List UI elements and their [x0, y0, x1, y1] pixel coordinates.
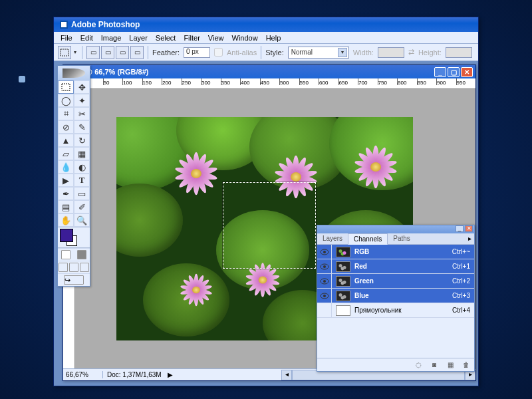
- jump-to-imageready-button[interactable]: ↪: [64, 275, 84, 285]
- load-selection-icon[interactable]: ◌: [413, 360, 424, 370]
- options-bar: ▾ ▭ ▭ ▭ ▭ Feather: 0 px Anti-alias Style…: [54, 44, 478, 61]
- color-swatches[interactable]: [58, 227, 90, 247]
- visibility-eye-icon[interactable]: [317, 303, 332, 317]
- lasso-tool[interactable]: ◯: [58, 94, 74, 107]
- new-selection-button[interactable]: ▭: [86, 46, 100, 59]
- tab-channels[interactable]: Channels: [348, 233, 388, 245]
- eraser-tool[interactable]: ▱: [58, 147, 74, 160]
- info-menu-icon[interactable]: ▶: [166, 371, 175, 378]
- standard-mode-button[interactable]: [61, 250, 70, 259]
- height-label: Height:: [418, 49, 442, 57]
- menu-view[interactable]: View: [204, 33, 228, 43]
- channel-name: Прямоугольник: [354, 307, 402, 314]
- quickmask-mode-button[interactable]: [77, 250, 86, 259]
- foreground-color[interactable]: [60, 229, 73, 242]
- brush-tool[interactable]: ✎: [74, 120, 90, 134]
- zoom-level[interactable]: 66,67%: [63, 371, 103, 378]
- menu-image[interactable]: Image: [97, 33, 126, 43]
- svg-rect-1: [61, 22, 66, 27]
- channel-row-green[interactable]: GreenCtrl+2: [317, 274, 474, 289]
- channel-row-rgb[interactable]: RGBCtrl+~: [317, 245, 474, 259]
- style-label: Style:: [265, 49, 284, 57]
- channel-thumbnail: [336, 276, 350, 287]
- blur-tool[interactable]: 💧: [58, 160, 74, 174]
- subtract-selection-button[interactable]: ▭: [116, 46, 129, 59]
- magic-wand-tool[interactable]: ✦: [74, 94, 90, 107]
- horizontal-ruler: 0501001502002503003504004505005506006507…: [75, 78, 475, 89]
- close-button[interactable]: ✕: [461, 67, 473, 77]
- channel-row-прямоугольник[interactable]: ПрямоугольникCtrl+4: [317, 303, 474, 318]
- panel-close-button[interactable]: ✕: [465, 225, 473, 232]
- channels-panel[interactable]: _ ✕ Layers Channels Paths ▸ RGBCtrl+~Red…: [317, 225, 475, 372]
- visibility-eye-icon[interactable]: [317, 245, 332, 259]
- menu-bar[interactable]: File Edit Image Layer Select Filter View…: [54, 32, 478, 44]
- move-tool[interactable]: ✥: [74, 80, 90, 94]
- add-selection-button[interactable]: ▭: [101, 46, 114, 59]
- app-titlebar: Adobe Photoshop: [54, 17, 478, 32]
- eyedropper-tool[interactable]: ✐: [74, 200, 90, 213]
- feather-input[interactable]: 0 px: [184, 47, 210, 58]
- menu-filter[interactable]: Filter: [180, 33, 203, 43]
- channel-name: Blue: [354, 292, 369, 299]
- new-channel-icon[interactable]: ▦: [445, 360, 456, 370]
- zoom-tool[interactable]: 🔍: [74, 213, 90, 227]
- hand-tool[interactable]: ✋: [58, 213, 74, 227]
- history-brush-tool[interactable]: ↻: [74, 134, 90, 147]
- toolbox[interactable]: ✥ ◯ ✦ ⌗ ✂ ⊘ ✎ ▲ ↻ ▱ ▦ 💧 ◐ ▶ T ✒ ▭ ▤ ✐ ✋ …: [57, 65, 90, 287]
- marquee-selection[interactable]: [223, 182, 316, 269]
- channel-shortcut: Ctrl+2: [452, 277, 474, 285]
- doc-info[interactable]: Doc: 1,37M/1,63M: [103, 371, 166, 378]
- channel-name: RGB: [354, 248, 369, 255]
- tab-layers[interactable]: Layers: [317, 233, 348, 244]
- style-select[interactable]: Normal ▾: [288, 47, 349, 59]
- tab-paths[interactable]: Paths: [388, 233, 416, 244]
- menu-select[interactable]: Select: [152, 33, 180, 43]
- visibility-eye-icon[interactable]: [317, 289, 332, 303]
- width-label: Width:: [353, 49, 374, 57]
- dodge-tool[interactable]: ◐: [74, 160, 90, 174]
- delete-channel-icon[interactable]: 🗑: [461, 360, 471, 370]
- type-tool[interactable]: T: [74, 174, 90, 187]
- toolbox-header[interactable]: [58, 66, 90, 80]
- document-titlebar[interactable]: и.jpg @ 66,7% (RGB/8#) _ ▢ ✕: [63, 65, 475, 78]
- panel-menu-icon[interactable]: ▸: [466, 233, 474, 244]
- current-tool-icon[interactable]: [58, 46, 71, 59]
- visibility-eye-icon[interactable]: [317, 274, 332, 288]
- svg-point-9: [323, 280, 326, 283]
- menu-file[interactable]: File: [57, 33, 76, 43]
- slide-bullet: [19, 76, 25, 82]
- path-selection-tool[interactable]: ▶: [58, 174, 74, 187]
- slice-tool[interactable]: ✂: [74, 107, 90, 120]
- visibility-eye-icon[interactable]: [317, 259, 332, 273]
- menu-window[interactable]: Window: [228, 33, 262, 43]
- panel-titlebar[interactable]: _ ✕: [317, 225, 474, 233]
- channel-row-red[interactable]: RedCtrl+1: [317, 259, 474, 274]
- select-arrow-icon[interactable]: ▾: [338, 48, 347, 57]
- shape-tool[interactable]: ▭: [74, 187, 90, 200]
- svg-point-7: [323, 265, 326, 268]
- panel-tabs: Layers Channels Paths ▸: [317, 233, 474, 245]
- menu-help[interactable]: Help: [262, 33, 285, 43]
- channels-list: RGBCtrl+~RedCtrl+1GreenCtrl+2BlueCtrl+3П…: [317, 245, 474, 318]
- notes-tool[interactable]: ▤: [58, 200, 74, 213]
- marquee-tool[interactable]: [58, 80, 74, 94]
- healing-brush-tool[interactable]: ⊘: [58, 120, 74, 134]
- minimize-button[interactable]: _: [434, 67, 446, 77]
- menu-edit[interactable]: Edit: [76, 33, 97, 43]
- tool-preset-dropdown-icon[interactable]: ▾: [72, 49, 78, 55]
- clone-stamp-tool[interactable]: ▲: [58, 134, 74, 147]
- menu-layer[interactable]: Layer: [125, 33, 152, 43]
- maximize-button[interactable]: ▢: [448, 67, 460, 77]
- screen-mode-2-button[interactable]: [69, 263, 78, 272]
- crop-tool[interactable]: ⌗: [58, 107, 74, 120]
- scroll-left-icon[interactable]: ◂: [281, 370, 292, 380]
- save-selection-icon[interactable]: ◙: [429, 360, 440, 370]
- pen-tool[interactable]: ✒: [58, 187, 74, 200]
- gradient-tool[interactable]: ▦: [74, 147, 90, 160]
- channel-row-blue[interactable]: BlueCtrl+3: [317, 289, 474, 303]
- channel-shortcut: Ctrl+1: [452, 263, 474, 270]
- intersect-selection-button[interactable]: ▭: [130, 46, 144, 59]
- screen-mode-3-button[interactable]: [80, 263, 89, 272]
- panel-minimize-button[interactable]: _: [456, 225, 464, 232]
- screen-mode-1-button[interactable]: [59, 263, 68, 272]
